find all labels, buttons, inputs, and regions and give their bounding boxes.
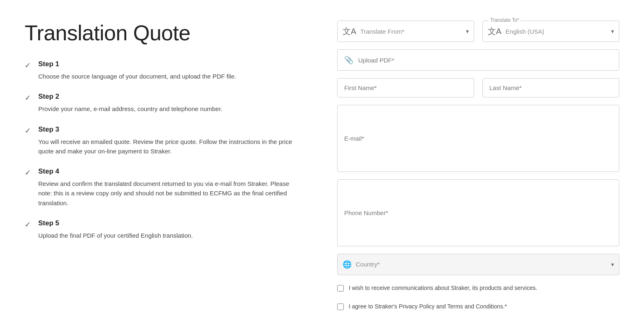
- right-column: 文A Translate From* ▾ Translate To* 文A En…: [337, 16, 619, 313]
- clip-icon: 📎: [344, 56, 353, 65]
- step-2-desc: Provide your name, e-mail address, count…: [38, 104, 304, 114]
- step-4-content: Step 4 Review and confirm the translated…: [38, 167, 304, 208]
- email-input[interactable]: [337, 105, 619, 172]
- steps-list: ✓ Step 1 Choose the source language of y…: [25, 60, 304, 240]
- step-4-desc: Review and confirm the translated docume…: [38, 179, 304, 208]
- name-row: [337, 78, 619, 97]
- step-4-check: ✓: [25, 168, 31, 177]
- translate-from-chevron: ▾: [466, 28, 469, 35]
- upload-pdf-input[interactable]: [358, 57, 612, 64]
- checkbox-communications-label: I wish to receive communications about S…: [349, 284, 537, 292]
- translate-from-icon: 文A: [343, 26, 356, 37]
- translate-to-select[interactable]: English (USA): [505, 28, 608, 35]
- step-3-title: Step 3: [38, 125, 304, 134]
- checkbox-privacy-label: I agree to Straker's Privacy Policy and …: [349, 303, 507, 311]
- country-select[interactable]: Country*: [356, 261, 611, 268]
- step-5-check: ✓: [25, 220, 31, 229]
- step-3-desc: You will receive an emailed quote. Revie…: [38, 137, 304, 156]
- translate-to-wrapper[interactable]: Translate To* 文A English (USA) ▾: [482, 21, 619, 42]
- step-3-check: ✓: [25, 126, 31, 135]
- step-1-title: Step 1: [38, 60, 304, 68]
- globe-icon: 🌐: [343, 260, 352, 269]
- step-2-title: Step 2: [38, 93, 304, 101]
- step-2-item: ✓ Step 2 Provide your name, e-mail addre…: [25, 93, 304, 114]
- checkbox-privacy-row: I agree to Straker's Privacy Policy and …: [337, 301, 619, 313]
- step-4-title: Step 4: [38, 167, 304, 176]
- checkbox-privacy[interactable]: [337, 304, 344, 310]
- phone-input[interactable]: [337, 179, 619, 246]
- step-1-content: Step 1 Choose the source language of you…: [38, 60, 304, 81]
- checkbox-communications-row: I wish to receive communications about S…: [337, 283, 619, 294]
- translate-from-wrapper[interactable]: 文A Translate From* ▾: [337, 21, 474, 42]
- translate-from-select[interactable]: Translate From*: [360, 28, 463, 35]
- country-chevron: ▾: [611, 261, 614, 268]
- language-row: 文A Translate From* ▾ Translate To* 文A En…: [337, 21, 619, 42]
- step-5-item: ✓ Step 5 Upload the final PDF of your ce…: [25, 219, 304, 240]
- last-name-input[interactable]: [482, 78, 619, 97]
- left-column: Translation Quote ✓ Step 1 Choose the so…: [25, 16, 304, 313]
- step-3-content: Step 3 You will receive an emailed quote…: [38, 125, 304, 156]
- step-1-check: ✓: [25, 61, 31, 70]
- upload-wrapper[interactable]: 📎: [337, 49, 619, 71]
- translate-to-chevron: ▾: [611, 28, 614, 35]
- step-5-desc: Upload the final PDF of your certified E…: [38, 231, 304, 240]
- step-4-item: ✓ Step 4 Review and confirm the translat…: [25, 167, 304, 208]
- checkbox-communications[interactable]: [337, 285, 344, 292]
- step-5-content: Step 5 Upload the final PDF of your cert…: [38, 219, 304, 240]
- step-1-desc: Choose the source language of your docum…: [38, 72, 304, 81]
- first-name-input[interactable]: [337, 78, 474, 97]
- translate-to-icon: 文A: [488, 26, 501, 37]
- step-2-content: Step 2 Provide your name, e-mail address…: [38, 93, 304, 114]
- step-5-title: Step 5: [38, 219, 304, 227]
- step-1-item: ✓ Step 1 Choose the source language of y…: [25, 60, 304, 81]
- country-wrapper[interactable]: 🌐 Country* ▾: [337, 254, 619, 275]
- step-2-check: ✓: [25, 93, 31, 102]
- step-3-item: ✓ Step 3 You will receive an emailed quo…: [25, 125, 304, 156]
- page-title: Translation Quote: [25, 21, 304, 45]
- translate-to-label: Translate To*: [489, 17, 521, 23]
